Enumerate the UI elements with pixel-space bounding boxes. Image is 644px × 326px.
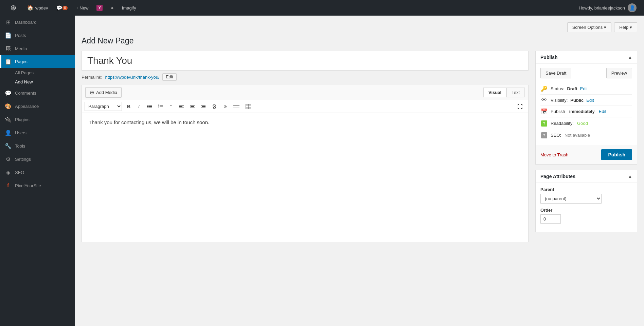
align-center-button[interactable] — [187, 102, 197, 111]
preview-button[interactable]: Preview — [606, 68, 632, 78]
svg-rect-2 — [147, 106, 148, 107]
sidebar-item-pixelyoursite[interactable]: f PixelYourSite — [0, 179, 75, 192]
publish-panel-title: Publish — [540, 55, 558, 60]
sidebar-item-posts-label: Posts — [15, 33, 26, 38]
sidebar-item-dashboard[interactable]: ⊞ Dashboard — [0, 16, 75, 29]
svg-rect-5 — [148, 108, 152, 108]
wp-logo-link[interactable]: ⊛ — [4, 0, 22, 16]
svg-rect-3 — [148, 106, 152, 107]
user-menu[interactable]: Howdy, brianleejackson 👤 — [575, 3, 640, 12]
user-greeting: Howdy, brianleejackson — [579, 5, 625, 11]
paragraph-format-select[interactable]: Paragraph Heading 1 Heading 2 Heading 3 … — [85, 102, 122, 111]
parent-select[interactable]: (no parent) Home About Contact — [540, 194, 602, 204]
status-row: 🔑 Status: Draft Edit — [540, 83, 632, 95]
sidebar-item-comments[interactable]: 💬 Comments — [0, 87, 75, 100]
tab-visual[interactable]: Visual — [483, 88, 506, 97]
align-right-button[interactable] — [198, 102, 208, 111]
status-dot[interactable]: ● — [107, 0, 117, 16]
permalink-url[interactable]: https://wpdev.ink/thank-you/ — [105, 75, 159, 80]
yoast-link[interactable]: Y — [93, 0, 106, 16]
add-media-button[interactable]: ⊕ Add Media — [85, 87, 122, 98]
media-icon: 🖼 — [5, 45, 12, 52]
unlink-button[interactable]: ⊗ — [220, 102, 230, 111]
publish-panel-header[interactable]: Publish ▲ — [536, 51, 637, 64]
sidebar-item-media[interactable]: 🖼 Media — [0, 42, 75, 55]
title-box — [82, 51, 529, 71]
svg-rect-16 — [201, 105, 205, 106]
svg-rect-10 — [179, 105, 184, 106]
calendar-icon: 📅 — [540, 108, 548, 115]
numbered-list-button[interactable]: 1. 2. — [155, 102, 165, 111]
save-draft-button[interactable]: Save Draft — [540, 68, 571, 78]
sidebar-item-media-label: Media — [15, 46, 27, 51]
table-button[interactable] — [243, 102, 254, 111]
order-input[interactable] — [540, 214, 561, 224]
readability-row: Y Readability: Good — [540, 117, 632, 129]
new-label: + New — [76, 5, 88, 11]
italic-icon: I — [138, 104, 140, 109]
move-to-trash-link[interactable]: Move to Trash — [540, 152, 568, 157]
sidebar-item-add-new[interactable]: Add New — [15, 77, 75, 87]
editor-content-area[interactable]: Thank you for contacting us, we will be … — [82, 113, 528, 242]
bullet-list-button[interactable] — [144, 102, 155, 111]
svg-rect-11 — [179, 106, 182, 107]
wp-logo-icon: ⊛ — [7, 3, 19, 12]
screen-options-button[interactable]: Screen Options ▾ — [567, 22, 612, 32]
sidebar-item-posts[interactable]: 📄 Posts — [0, 29, 75, 42]
settings-icon: ⚙ — [5, 156, 12, 162]
site-name-link[interactable]: 🏠 wpdev — [24, 0, 52, 16]
page-attributes-header[interactable]: Page Attributes ▲ — [536, 170, 637, 183]
permalink-edit-button[interactable]: Edit — [162, 73, 177, 81]
comments-link[interactable]: 💬 0 — [53, 0, 71, 16]
link-button[interactable] — [209, 102, 220, 111]
publish-timing-value: immediately — [569, 109, 595, 114]
visibility-edit-link[interactable]: Edit — [586, 98, 594, 103]
order-row: Order — [540, 208, 632, 224]
blockquote-button[interactable]: " — [166, 102, 176, 111]
imagify-link[interactable]: Imagify — [119, 0, 140, 16]
sidebar-item-all-pages[interactable]: All Pages — [15, 68, 75, 77]
sidebar-item-appearance-label: Appearance — [15, 104, 39, 109]
add-media-label: Add Media — [96, 90, 117, 95]
sidebar-item-seo[interactable]: ◈ SEO — [0, 166, 75, 179]
seo-row: Y SEO: Not available — [540, 129, 632, 141]
sidebar-item-users-label: Users — [15, 130, 26, 135]
sidebar-item-appearance[interactable]: 🎨 Appearance — [0, 100, 75, 113]
screen-options-label: Screen Options — [572, 25, 603, 30]
sidebar-item-users[interactable]: 👤 Users — [0, 126, 75, 139]
house-icon: 🏠 — [27, 5, 34, 11]
svg-rect-4 — [147, 108, 148, 108]
editor-main: Permalink: https://wpdev.ink/thank-you/ … — [82, 51, 529, 242]
sidebar-item-dashboard-label: Dashboard — [15, 20, 37, 25]
publish-label: Publish — [551, 109, 565, 114]
fullscreen-button[interactable] — [515, 102, 525, 111]
help-button[interactable]: Help ▾ — [614, 22, 637, 32]
seo-value: Not available — [565, 133, 590, 138]
new-content-link[interactable]: + New — [72, 0, 92, 16]
readability-value: Good — [577, 121, 588, 126]
admin-bar: ⊛ 🏠 wpdev 💬 0 + New Y ● Imagify Howdy, b… — [0, 0, 644, 16]
sidebar-item-pages[interactable]: 📋 Pages — [0, 55, 75, 68]
sidebar-item-tools[interactable]: 🔧 Tools — [0, 139, 75, 153]
pages-icon: 📋 — [5, 58, 12, 65]
page-title-input[interactable] — [82, 51, 528, 70]
yoast-seo-icon: Y — [540, 132, 548, 138]
svg-rect-13 — [190, 105, 195, 106]
align-left-button[interactable] — [176, 102, 186, 111]
tab-text[interactable]: Text — [506, 88, 525, 97]
site-name-label: wpdev — [35, 5, 48, 11]
fullscreen-icon — [517, 104, 523, 109]
insert-more-button[interactable] — [231, 102, 242, 111]
unlink-icon: ⊗ — [223, 104, 227, 109]
publish-button[interactable]: Publish — [601, 149, 632, 160]
dashboard-icon: ⊞ — [5, 19, 12, 25]
page-heading: Add New Page — [82, 36, 637, 45]
sidebar-item-plugins[interactable]: 🔌 Plugins — [0, 113, 75, 126]
bold-button[interactable]: B — [124, 102, 133, 111]
visibility-eye-icon: 👁 — [540, 97, 548, 103]
sidebar-item-settings[interactable]: ⚙ Settings — [0, 153, 75, 166]
status-edit-link[interactable]: Edit — [580, 86, 588, 91]
editor-layout: Permalink: https://wpdev.ink/thank-you/ … — [82, 51, 637, 242]
publish-timing-edit-link[interactable]: Edit — [599, 109, 606, 114]
italic-button[interactable]: I — [134, 102, 144, 111]
